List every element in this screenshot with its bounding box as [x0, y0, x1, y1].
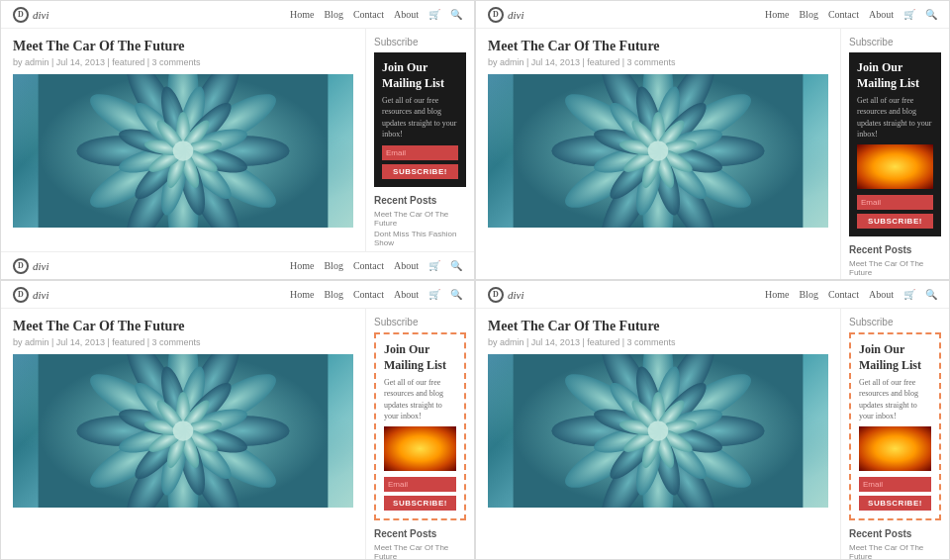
- search-icon[interactable]: 🔍: [925, 289, 937, 300]
- recent-post-link[interactable]: Dont Miss This Fashion Show: [374, 230, 466, 247]
- email-input[interactable]: [382, 145, 458, 160]
- nav-link[interactable]: Home: [765, 9, 789, 20]
- nav-link[interactable]: Blog: [324, 9, 342, 20]
- subscribe-button[interactable]: SUBSCRIBE!: [382, 164, 458, 179]
- flower-image: [384, 426, 456, 471]
- post-image: [488, 74, 828, 228]
- search-icon[interactable]: 🔍: [450, 289, 462, 300]
- subscribe-label: Subscribe: [374, 37, 466, 47]
- svg-point-171: [897, 450, 910, 464]
- nav-links: HomeBlogContactAbout 🛒 🔍: [290, 9, 462, 20]
- cart-icon[interactable]: 🛒: [428, 9, 440, 20]
- nav-link[interactable]: Blog: [324, 289, 342, 300]
- panel-top-right: D divi HomeBlogContactAbout 🛒 🔍 Meet The…: [475, 0, 950, 280]
- main-content: Meet The Car Of The Future by admin | Ju…: [1, 309, 365, 559]
- succulent-image: [13, 354, 353, 508]
- widget-heading: Join Our Mailing List: [857, 60, 933, 91]
- nav-link[interactable]: Contact: [353, 289, 384, 300]
- svg-point-81: [879, 149, 894, 164]
- nav-link[interactable]: Contact: [353, 9, 384, 20]
- svg-point-172: [892, 454, 900, 466]
- post-meta: by admin | Jul 14, 2013 | featured | 3 c…: [13, 57, 353, 67]
- logo-circle: D: [488, 7, 504, 23]
- post-image: [13, 74, 353, 228]
- subscribe-button[interactable]: SUBSCRIBE!: [384, 496, 456, 511]
- nav-links: HomeBlogContactAbout 🛒 🔍: [290, 289, 462, 300]
- search-icon[interactable]: 🔍: [450, 9, 462, 20]
- widget-heading: Join Our Mailing List: [382, 60, 458, 91]
- subscribe-button[interactable]: SUBSCRIBE!: [859, 496, 931, 511]
- svg-point-75: [897, 149, 911, 164]
- content-area: Meet The Car Of The Future by admin | Ju…: [476, 29, 949, 279]
- nav-link[interactable]: Contact: [828, 9, 859, 20]
- svg-point-167: [890, 443, 901, 454]
- svg-point-128: [405, 432, 419, 446]
- footer-cart-icon[interactable]: 🛒: [428, 260, 440, 271]
- nav-link[interactable]: About: [394, 9, 419, 20]
- nav-link[interactable]: Home: [290, 289, 314, 300]
- svg-point-168: [892, 429, 900, 441]
- footer-search-icon[interactable]: 🔍: [450, 260, 462, 271]
- recent-post-link[interactable]: Meet The Car Of The Future: [374, 543, 466, 559]
- svg-point-72: [881, 157, 909, 175]
- nav-bar: D divi HomeBlogContactAbout 🛒 🔍: [1, 1, 474, 29]
- logo-text: divi: [33, 289, 49, 301]
- subscribe-button[interactable]: SUBSCRIBE!: [857, 214, 933, 229]
- svg-point-174: [877, 444, 889, 452]
- panel-bottom-right: D divi HomeBlogContactAbout 🛒 🔍 Meet The…: [475, 280, 950, 560]
- logo[interactable]: D divi: [488, 7, 524, 23]
- flower-image: [859, 426, 931, 471]
- nav-link[interactable]: About: [869, 9, 894, 20]
- footer-logo[interactable]: D divi: [13, 258, 49, 274]
- svg-rect-70: [857, 148, 933, 185]
- email-input[interactable]: [859, 477, 931, 492]
- search-icon[interactable]: 🔍: [925, 9, 937, 20]
- svg-point-169: [897, 432, 910, 446]
- svg-point-124: [422, 450, 435, 464]
- post-meta: by admin | Jul 14, 2013 | featured | 3 c…: [488, 337, 828, 347]
- svg-point-166: [882, 440, 909, 457]
- footer-nav-link[interactable]: Blog: [324, 260, 342, 271]
- sidebar: Subscribe Join Our Mailing List Get all …: [840, 29, 949, 279]
- logo[interactable]: D divi: [488, 287, 524, 303]
- cart-icon[interactable]: 🛒: [903, 289, 915, 300]
- nav-link[interactable]: About: [869, 289, 894, 300]
- svg-point-77: [897, 168, 911, 183]
- post-image: [488, 354, 828, 508]
- footer-logo-circle: D: [13, 258, 29, 274]
- nav-link[interactable]: Contact: [828, 289, 859, 300]
- recent-posts-label: Recent Posts: [374, 195, 466, 206]
- footer-nav-link[interactable]: Home: [290, 260, 314, 271]
- subscribe-widget: Join Our Mailing List Get all of our fre…: [849, 52, 941, 236]
- nav-link[interactable]: Blog: [799, 9, 817, 20]
- footer-nav-link[interactable]: About: [394, 260, 419, 271]
- subscribe-widget: Join Our Mailing List Get all of our fre…: [374, 332, 466, 520]
- svg-point-163: [648, 420, 669, 441]
- svg-rect-164: [859, 431, 931, 466]
- nav-bar: D divi HomeBlogContactAbout 🛒 🔍: [476, 1, 949, 29]
- cart-icon[interactable]: 🛒: [903, 9, 915, 20]
- svg-point-126: [405, 450, 419, 464]
- nav-link[interactable]: About: [394, 289, 419, 300]
- svg-point-120: [415, 443, 426, 454]
- svg-point-74: [891, 146, 899, 159]
- nav-link[interactable]: Blog: [799, 289, 817, 300]
- email-input[interactable]: [857, 195, 933, 210]
- recent-post-link[interactable]: Meet The Car Of The Future: [849, 543, 941, 559]
- post-title: Meet The Car Of The Future: [13, 319, 353, 334]
- logo[interactable]: D divi: [13, 7, 49, 23]
- email-input[interactable]: [384, 477, 456, 492]
- recent-post-link[interactable]: Meet The Car Of The Future: [849, 259, 941, 277]
- flower-image: [857, 144, 933, 189]
- logo[interactable]: D divi: [13, 287, 49, 303]
- nav-link[interactable]: Home: [765, 289, 789, 300]
- cart-icon[interactable]: 🛒: [428, 289, 440, 300]
- post-title: Meet The Car Of The Future: [488, 319, 828, 334]
- nav-bar: D divi HomeBlogContactAbout 🛒 🔍: [1, 281, 474, 309]
- nav-link[interactable]: Home: [290, 9, 314, 20]
- footer-nav-links: HomeBlogContactAbout 🛒 🔍: [290, 260, 462, 271]
- svg-point-165: [871, 433, 920, 464]
- svg-point-73: [890, 160, 901, 171]
- footer-nav-link[interactable]: Contact: [353, 260, 384, 271]
- recent-post-link[interactable]: Meet The Car Of The Future: [374, 210, 466, 228]
